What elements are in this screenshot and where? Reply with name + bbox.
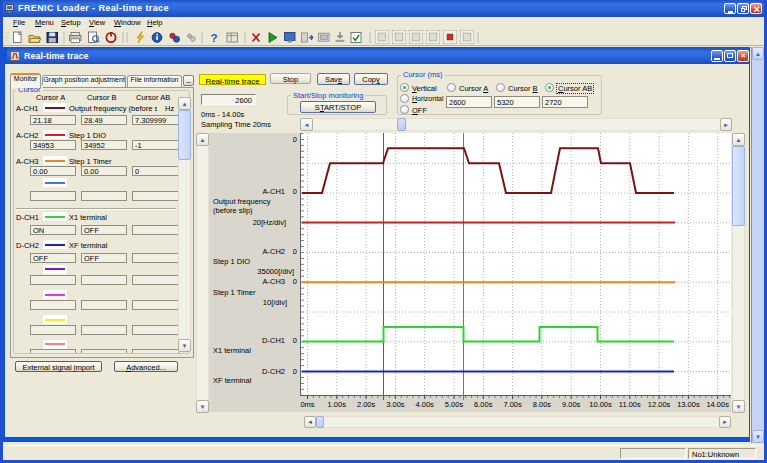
- svg-text:?: ?: [210, 32, 217, 44]
